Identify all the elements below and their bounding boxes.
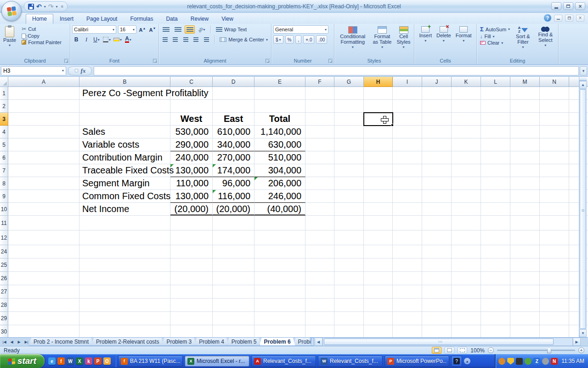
cell-N28[interactable] — [540, 299, 569, 312]
cell-F26[interactable] — [305, 272, 334, 285]
horizontal-scroll-track[interactable] — [322, 338, 573, 346]
cell-H1[interactable] — [364, 87, 393, 100]
cell-I6[interactable] — [393, 151, 422, 164]
tray-icon-3[interactable] — [516, 358, 523, 365]
column-header-H[interactable]: H — [364, 77, 393, 87]
cell-E12[interactable] — [254, 230, 305, 245]
cell-J6[interactable] — [422, 151, 452, 164]
cell-E27[interactable] — [254, 285, 305, 299]
workbook-restore-button[interactable] — [565, 15, 573, 22]
quicklaunch-internet-explorer-icon[interactable]: e — [48, 357, 56, 365]
scroll-left-button[interactable]: ◀ — [315, 338, 322, 346]
cell-F28[interactable] — [305, 299, 334, 312]
quicklaunch-excel-icon[interactable]: X — [76, 357, 83, 365]
cell-A12[interactable] — [8, 230, 79, 245]
cell-F11[interactable] — [305, 216, 334, 230]
cell-E8[interactable]: 206,000 — [254, 177, 305, 190]
cell-G9[interactable] — [334, 190, 364, 203]
cell-J7[interactable] — [422, 164, 452, 177]
cell-I5[interactable] — [393, 138, 422, 151]
cell-E26[interactable] — [254, 272, 305, 285]
cell-I27[interactable] — [393, 285, 422, 299]
format-as-table-button[interactable]: Format as Table▾ — [370, 25, 395, 57]
cell-B27[interactable] — [79, 285, 170, 299]
cell-A28[interactable] — [8, 299, 79, 312]
cell-A25[interactable] — [8, 259, 79, 272]
cell-N6[interactable] — [540, 151, 569, 164]
cell-H12[interactable] — [364, 230, 393, 245]
cell-H28[interactable] — [364, 299, 393, 312]
cell-A8[interactable] — [8, 177, 79, 190]
cell-A2[interactable] — [8, 100, 79, 113]
tab-insert[interactable]: Insert — [53, 14, 80, 24]
cell-H7[interactable] — [364, 164, 393, 177]
cell-H5[interactable] — [364, 138, 393, 151]
font-family-combo[interactable]: Calibri▾ — [72, 25, 116, 34]
cell-A29[interactable] — [8, 312, 79, 325]
cell-B3[interactable] — [79, 113, 170, 126]
cell-G28[interactable] — [334, 299, 364, 312]
cell-K7[interactable] — [452, 164, 481, 177]
cell-K24[interactable] — [452, 245, 481, 259]
cell-L5[interactable] — [481, 138, 510, 151]
number-format-combo[interactable]: General▾ — [273, 25, 328, 34]
cell-N5[interactable] — [540, 138, 569, 151]
cell-N30[interactable] — [540, 325, 569, 337]
cell-G29[interactable] — [334, 312, 364, 325]
expand-formula-bar-button[interactable]: ▾ — [580, 66, 587, 75]
cell-C3[interactable]: West — [170, 113, 213, 126]
cell-D7[interactable]: 174,000 — [213, 164, 254, 177]
row-header-24[interactable]: 24 — [0, 245, 8, 259]
sheet-tab-problem-2-relevant-costs[interactable]: Problem 2-Relevant costs — [91, 338, 164, 346]
cell-G4[interactable] — [334, 126, 364, 138]
cell-N9[interactable] — [540, 190, 569, 203]
cell-F1[interactable] — [305, 87, 334, 100]
cell-M4[interactable] — [510, 126, 540, 138]
cell-J2[interactable] — [422, 100, 452, 113]
cell-F29[interactable] — [305, 312, 334, 325]
close-button[interactable]: × — [575, 2, 585, 10]
cell-K10[interactable] — [452, 203, 481, 216]
cell-J30[interactable] — [422, 325, 452, 337]
row-header-8[interactable]: 8 — [0, 177, 8, 190]
cell-H11[interactable] — [364, 216, 393, 230]
workbook-minimize-button[interactable] — [554, 15, 562, 22]
cell-J28[interactable] — [422, 299, 452, 312]
sheet-tab-probl[interactable]: Probl — [294, 338, 312, 346]
cell-C11[interactable] — [170, 216, 213, 230]
column-header-I[interactable]: I — [393, 77, 422, 87]
help-icon[interactable]: ? — [544, 14, 551, 22]
cell-F6[interactable] — [305, 151, 334, 164]
cell-I2[interactable] — [393, 100, 422, 113]
cell-K11[interactable] — [452, 216, 481, 230]
taskbar-task-microsoft-excel-r[interactable]: XMicrosoft Excel - r... — [185, 356, 249, 367]
cell-F4[interactable] — [305, 126, 334, 138]
cell-G12[interactable] — [334, 230, 364, 245]
cell-K27[interactable] — [452, 285, 481, 299]
row-header-29[interactable]: 29 — [0, 312, 8, 325]
cell-K1[interactable] — [452, 87, 481, 100]
cell-I9[interactable] — [393, 190, 422, 203]
cell-C2[interactable] — [170, 100, 213, 113]
quicklaunch-firefox-icon[interactable]: f — [57, 357, 65, 365]
cell-N11[interactable] — [540, 216, 569, 230]
column-header-G[interactable]: G — [334, 77, 364, 87]
cell-L2[interactable] — [481, 100, 510, 113]
cell-C24[interactable] — [170, 245, 213, 259]
decrease-decimal-button[interactable]: .00 — [316, 35, 327, 44]
cell-A5[interactable] — [8, 138, 79, 151]
cell-F10[interactable] — [305, 203, 334, 216]
zoom-in-button[interactable]: + — [578, 347, 584, 353]
font-dialog-launcher-icon[interactable] — [153, 59, 157, 63]
cell-D30[interactable] — [213, 325, 254, 337]
cell-I29[interactable] — [393, 312, 422, 325]
name-box[interactable]: H3▾ — [1, 66, 66, 75]
middle-align-button[interactable] — [173, 25, 183, 34]
cell-K3[interactable] — [452, 113, 481, 126]
cell-I3[interactable] — [393, 113, 422, 126]
zoom-out-button[interactable]: − — [488, 347, 494, 353]
cell-M1[interactable] — [510, 87, 540, 100]
taskbar-mini-button[interactable]: ? — [451, 356, 462, 367]
cell-I28[interactable] — [393, 299, 422, 312]
cell-L29[interactable] — [481, 312, 510, 325]
